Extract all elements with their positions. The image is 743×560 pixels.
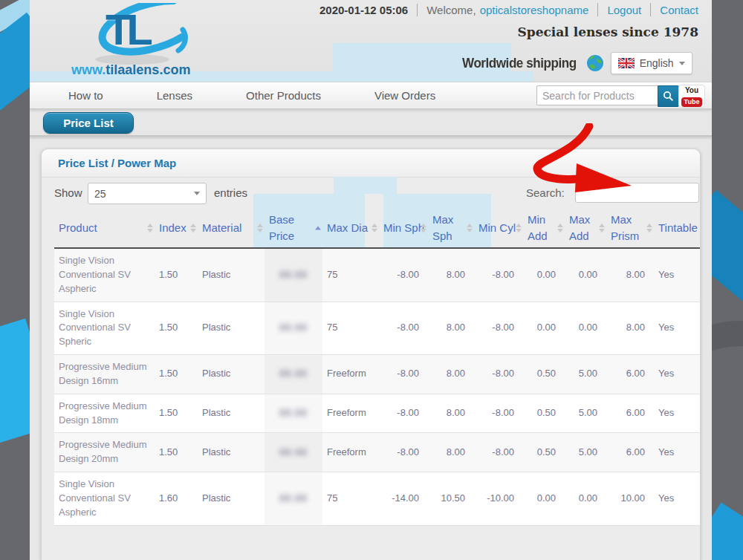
cell-max_dia: Freeform bbox=[322, 394, 379, 433]
column-label: Min Sph bbox=[383, 221, 424, 234]
nav-item-lenses[interactable]: Lenses bbox=[157, 89, 192, 102]
cell-base_price: 88.88 bbox=[265, 433, 322, 472]
search-icon bbox=[663, 91, 674, 102]
username-link[interactable]: opticalstoreshopname bbox=[480, 4, 589, 16]
show-label: Show bbox=[54, 186, 82, 199]
column-header-material[interactable]: Material bbox=[198, 209, 265, 248]
sort-arrows-icon bbox=[599, 224, 605, 232]
search-button[interactable] bbox=[658, 85, 679, 107]
redacted-price: 88.88 bbox=[279, 322, 308, 333]
cell-index: 1.50 bbox=[155, 433, 198, 472]
cell-min_cyl: -8.00 bbox=[474, 302, 523, 355]
redacted-price: 88.88 bbox=[279, 368, 308, 379]
column-label: Tintable bbox=[658, 221, 698, 234]
chevron-down-icon bbox=[679, 62, 685, 65]
table-search-input[interactable] bbox=[575, 183, 699, 203]
entries-select[interactable]: 25 bbox=[88, 183, 207, 204]
cell-min_cyl: -8.00 bbox=[474, 433, 523, 472]
cell-min_sph: -8.00 bbox=[379, 433, 428, 472]
cell-min_sph: -8.00 bbox=[379, 248, 428, 302]
cell-product: Progressive Medium Design 18mm bbox=[54, 394, 155, 433]
cell-max_add: 5.00 bbox=[565, 433, 606, 472]
language-select[interactable]: English bbox=[611, 52, 692, 74]
topbar: 2020-01-12 05:06 Welcome, opticalstoresh… bbox=[319, 3, 698, 16]
cell-min_add: 0.00 bbox=[523, 248, 565, 302]
table-row: Progressive Medium Design 18mm1.50Plasti… bbox=[54, 394, 701, 433]
uk-flag-icon bbox=[618, 58, 635, 68]
divider bbox=[650, 3, 651, 16]
column-header-base_price[interactable]: Base Price bbox=[265, 209, 322, 248]
cell-min_cyl: -8.00 bbox=[474, 394, 523, 433]
column-label: Min Cyl bbox=[478, 221, 516, 234]
cell-product: Progressive Medium Design 16mm bbox=[54, 355, 155, 394]
cell-tintable: Yes bbox=[654, 433, 701, 472]
decor-swoosh bbox=[712, 190, 743, 309]
globe-icon bbox=[586, 54, 604, 72]
cell-max_sph: 8.00 bbox=[428, 302, 474, 355]
site-url-prefix: www. bbox=[71, 62, 106, 77]
sort-arrows-icon bbox=[557, 224, 563, 232]
tab-price-list[interactable]: Price List bbox=[43, 112, 134, 134]
cell-product: Single Vision Conventional SV Aspheric bbox=[54, 472, 155, 526]
shipping-label: Worldwide shipping bbox=[462, 56, 577, 71]
column-header-max_prism[interactable]: Max Prism bbox=[606, 209, 654, 248]
column-header-max_dia[interactable]: Max Dia bbox=[322, 209, 379, 248]
cell-min_sph: -8.00 bbox=[379, 302, 428, 355]
sort-arrows-icon bbox=[372, 224, 377, 232]
table-controls: Show 25 entries Search: bbox=[42, 183, 700, 206]
cell-base_price: 88.88 bbox=[265, 394, 322, 433]
cell-index: 1.50 bbox=[155, 355, 198, 394]
nav-item-other-products[interactable]: Other Products bbox=[246, 89, 321, 102]
column-header-tintable[interactable]: Tintable bbox=[654, 209, 701, 248]
column-label: Product bbox=[59, 221, 97, 234]
sort-arrows-icon bbox=[190, 224, 196, 232]
tab-row: Price List bbox=[30, 108, 712, 135]
cell-material: Plastic bbox=[198, 248, 265, 302]
cell-max_dia: Freeform bbox=[322, 355, 379, 394]
cell-max_sph: 8.00 bbox=[428, 433, 474, 472]
column-header-max_sph[interactable]: Max Sph bbox=[428, 209, 474, 248]
logo[interactable]: TL www.tilaalens.com bbox=[64, 3, 205, 77]
redacted-price: 88.88 bbox=[279, 407, 308, 418]
price-list-table: ProductIndexMaterialBase PriceMax DiaMin… bbox=[54, 209, 701, 526]
cell-min_sph: -14.00 bbox=[379, 472, 428, 526]
cell-min_add: 0.00 bbox=[523, 302, 565, 355]
cell-product: Progressive Medium Design 20mm bbox=[54, 433, 155, 472]
column-header-product[interactable]: Product bbox=[54, 209, 155, 248]
cell-base_price: 88.88 bbox=[265, 472, 322, 526]
sort-arrows-icon bbox=[467, 224, 473, 232]
cell-index: 1.50 bbox=[155, 302, 198, 355]
cell-max_add: 0.00 bbox=[565, 302, 606, 355]
column-label: Index bbox=[159, 221, 186, 234]
products-search-input[interactable] bbox=[536, 85, 658, 105]
cell-max_dia: 75 bbox=[322, 302, 379, 355]
contact-link[interactable]: Contact bbox=[660, 4, 698, 16]
cell-index: 1.60 bbox=[155, 472, 198, 526]
divider bbox=[597, 3, 598, 16]
cell-tintable: Yes bbox=[654, 355, 701, 394]
table-search-label: Search: bbox=[526, 186, 565, 199]
decor-swoosh bbox=[0, 319, 30, 444]
column-header-min_cyl[interactable]: Min Cyl bbox=[474, 209, 523, 248]
cell-max_add: 5.00 bbox=[565, 355, 606, 394]
right-decoration-band bbox=[712, 0, 743, 560]
column-header-index[interactable]: Index bbox=[155, 209, 198, 248]
youtube-icon[interactable]: You Tube bbox=[678, 85, 705, 108]
column-header-min_add[interactable]: Min Add bbox=[523, 209, 565, 248]
language-label: English bbox=[640, 57, 674, 69]
column-header-max_add[interactable]: Max Add bbox=[565, 209, 606, 248]
nav-item-how-to[interactable]: How to bbox=[68, 89, 103, 102]
cell-min_add: 0.50 bbox=[523, 433, 565, 472]
nav-search bbox=[536, 85, 679, 107]
cell-index: 1.50 bbox=[155, 394, 198, 433]
cell-max_prism: 8.00 bbox=[606, 302, 654, 355]
cell-base_price: 88.88 bbox=[265, 302, 322, 355]
cell-base_price: 88.88 bbox=[265, 248, 322, 302]
cell-product: Single Vision Conventional SV Spheric bbox=[54, 302, 155, 355]
column-header-min_sph[interactable]: Min Sph bbox=[379, 209, 428, 248]
cell-max_dia: 75 bbox=[322, 472, 379, 526]
nav-item-view-orders[interactable]: View Orders bbox=[374, 89, 435, 102]
datetime: 2020-01-12 05:06 bbox=[319, 4, 418, 16]
logout-link[interactable]: Logout bbox=[607, 4, 641, 16]
sort-arrows-icon bbox=[421, 224, 426, 232]
